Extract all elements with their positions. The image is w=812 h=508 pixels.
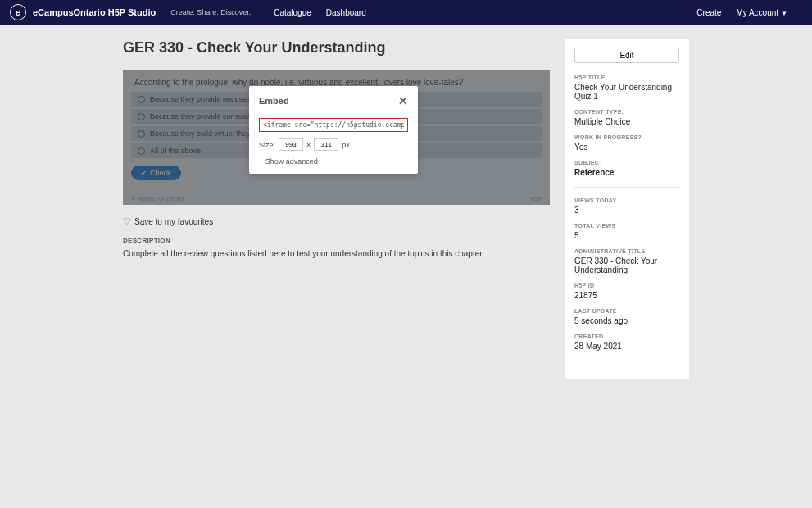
brand-text: eCampusOntario H5P Studio	[33, 7, 156, 17]
meta-value-content-type: Multiple Choice	[574, 117, 679, 126]
description-heading: DESCRIPTION	[123, 237, 550, 244]
meta-value-h5p-title: Check Your Understanding - Quiz 1	[574, 83, 679, 101]
meta-value-admin-title: GER 330 - Check Your Understanding	[574, 256, 679, 274]
save-favourites-link[interactable]: ♡ Save to my favourites	[123, 216, 550, 227]
edit-button[interactable]: Edit	[574, 48, 679, 63]
embed-width-input[interactable]	[279, 138, 303, 151]
h5p-embed-frame: According to the prologue, why do noble,…	[123, 70, 550, 205]
sidebar-divider	[574, 187, 679, 188]
size-label: Size:	[259, 141, 275, 149]
meta-label: WORK IN PROGRESS?	[574, 134, 679, 140]
caret-down-icon: ▼	[781, 10, 787, 17]
embed-code-input[interactable]	[259, 118, 408, 132]
times-symbol: ×	[306, 141, 311, 149]
embed-height-input[interactable]	[314, 138, 338, 151]
meta-label: ADMINISTRATIVE TITLE	[574, 248, 679, 254]
meta-value-last-update: 5 seconds ago	[574, 316, 679, 325]
meta-value-h5p-id: 21875	[574, 291, 679, 300]
meta-value-views-today: 3	[574, 206, 679, 215]
nav-my-account[interactable]: My Account▼	[736, 8, 787, 17]
main-content: GER 330 - Check Your Understanding Accor…	[123, 39, 550, 379]
close-icon[interactable]: ✕	[398, 94, 408, 107]
meta-label: LAST UPDATE	[574, 308, 679, 314]
nav-create[interactable]: Create	[696, 8, 721, 17]
top-navbar: e eCampusOntario H5P Studio Create. Shar…	[0, 0, 812, 25]
page-title: GER 330 - Check Your Understanding	[123, 39, 550, 57]
logo-icon: e	[10, 4, 26, 20]
metadata-sidebar: Edit H5P TITLE Check Your Understanding …	[565, 39, 689, 379]
tagline-text: Create. Share. Discover.	[170, 8, 251, 16]
nav-dashboard[interactable]: Dashboard	[326, 8, 366, 17]
meta-label: CONTENT TYPE:	[574, 109, 679, 115]
px-label: px	[342, 141, 350, 149]
save-favourites-label: Save to my favourites	[134, 217, 213, 226]
nav-my-account-label: My Account	[736, 8, 778, 17]
description-text: Complete all the review questions listed…	[123, 249, 550, 258]
meta-value-total-views: 5	[574, 231, 679, 240]
nav-catalogue[interactable]: Catalogue	[274, 8, 311, 17]
meta-value-created: 28 May 2021	[574, 342, 679, 351]
meta-value-wip: Yes	[574, 143, 679, 152]
meta-label: CREATED	[574, 333, 679, 339]
embed-dialog: Embed ✕ Size: × px + Show advanced	[249, 86, 418, 174]
show-advanced-toggle[interactable]: + Show advanced	[259, 157, 408, 166]
meta-label: TOTAL VIEWS	[574, 223, 679, 229]
meta-label: H5P ID	[574, 283, 679, 288]
embed-dialog-title: Embed	[259, 96, 289, 106]
heart-icon: ♡	[123, 216, 131, 227]
meta-label: VIEWS TODAY	[574, 197, 679, 203]
meta-value-subject: Reference	[574, 168, 679, 177]
meta-label: SUBJECT	[574, 160, 679, 166]
meta-label: H5P TITLE	[574, 75, 679, 80]
sidebar-divider	[574, 361, 679, 361]
